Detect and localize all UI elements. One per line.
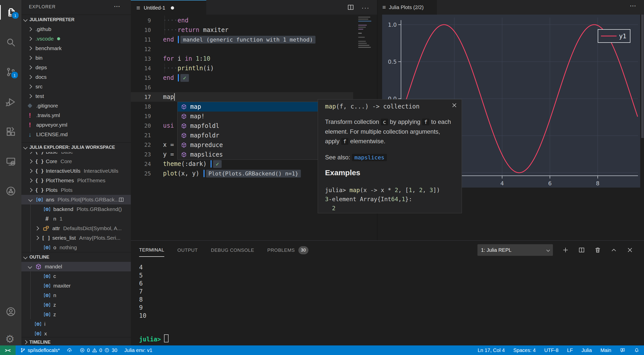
code-line-15[interactable]: 15end✓ [131, 73, 377, 83]
status-feedback[interactable] [620, 347, 625, 353]
activitybar-settings[interactable]: ⚙ [0, 332, 21, 346]
status-sync[interactable] [67, 347, 72, 353]
suggestion-map[interactable]: map [178, 102, 318, 112]
section-juliainterpreter[interactable]: JULIAINTERPRETER [21, 15, 131, 24]
suggestion-mapslices[interactable]: mapslices [178, 150, 318, 159]
activitybar-julia[interactable] [0, 184, 21, 198]
status-git-branch[interactable]: sp/isdeflocals* [20, 347, 60, 353]
close-panel-icon[interactable] [626, 246, 633, 254]
code-line-14[interactable]: 14····println(i) [131, 63, 377, 73]
dirty-indicator-icon[interactable] [171, 6, 174, 10]
more-actions-icon[interactable]: ⋯ [114, 3, 121, 10]
code-line-13[interactable]: 13for i in 1:10 [131, 54, 377, 63]
code-line-16[interactable]: 16 [131, 83, 377, 92]
token: 10 [203, 55, 210, 62]
tab-untitled-1[interactable]: ≡ Untitled-1 [131, 0, 206, 15]
workspace-item-InteractiveUtils[interactable]: { }InteractiveUtilsInteractiveUtils [21, 166, 131, 176]
workspace-item-PlotThemes[interactable]: { }PlotThemesPlotThemes [21, 176, 131, 185]
workspace-item-attr[interactable]: attrDefaultsDict{Symbol, A... [21, 224, 131, 233]
chevron-right-icon [28, 85, 32, 89]
open-in-editor-icon[interactable] [118, 197, 124, 203]
section-timeline[interactable]: TIMELINE [21, 337, 131, 345]
suggestion-mapfoldr[interactable]: mapfoldr [178, 131, 318, 140]
split-terminal-icon[interactable] [578, 246, 585, 254]
panel-tab-terminal[interactable]: TERMINAL [139, 247, 164, 257]
suggestion-mapfoldl[interactable]: mapfoldl [178, 121, 318, 131]
inline-result-value: mandel (generic function with 1 method) [180, 36, 315, 44]
status-problems[interactable]: 0030 [79, 347, 117, 353]
mapslices-link[interactable]: mapslices [352, 154, 387, 161]
workspace-item-ans[interactable]: ansPlots.Plot{Plots.GRBack... [21, 195, 131, 204]
status-encoding[interactable]: UTF-8 [544, 347, 558, 353]
remote-indicator[interactable]: >< [0, 345, 16, 355]
indent-guide [30, 204, 31, 252]
activitybar-remote-explorer[interactable] [0, 154, 21, 169]
terminal-picker[interactable]: 1: Julia REPL [477, 244, 553, 256]
outline-item-z[interactable]: z [21, 310, 131, 319]
workspace-item-series_list[interactable]: [ ]series_listArray{Plots.Seri... [21, 233, 131, 243]
activitybar-source-control[interactable]: 1 [0, 65, 21, 79]
maximize-panel-icon[interactable] [610, 246, 617, 254]
activitybar-explorer[interactable]: 1 [0, 5, 22, 20]
workspace-item-Core[interactable]: { }CoreCore [21, 157, 131, 166]
plots-more-actions-icon[interactable]: ⋯ [630, 2, 637, 10]
terminal-prompt-line[interactable]: julia> [139, 334, 169, 343]
tree-item-.vscode[interactable]: .vscode [21, 34, 131, 44]
tree-item-bin[interactable]: bin [21, 53, 131, 63]
close-icon[interactable] [451, 102, 458, 109]
code-line-11[interactable]: 11endmandel (generic function with 1 met… [131, 35, 377, 44]
status-eol[interactable]: LF [567, 347, 573, 353]
tree-item-.travis.yml[interactable]: !.travis.yml [21, 111, 131, 120]
activitybar-search[interactable] [0, 35, 21, 50]
outline-item-x[interactable]: x [21, 329, 131, 338]
activitybar-extensions[interactable] [0, 124, 21, 139]
status-warnings[interactable]: 0 [92, 347, 102, 353]
plots-scrollbar[interactable] [641, 15, 644, 138]
status-notifications[interactable] [634, 347, 639, 353]
kill-terminal-icon[interactable] [594, 246, 601, 254]
status-julia-env[interactable]: Julia env: v1 [124, 347, 152, 353]
tree-item-.github[interactable]: .github [21, 24, 131, 34]
workspace-item-n[interactable]: #n1 [21, 214, 131, 224]
terminal-output-line: 4 [139, 264, 143, 271]
outline-item-mandel[interactable]: mandel [21, 262, 131, 271]
code-line-9[interactable]: 9····end [131, 16, 377, 25]
split-editor-icon[interactable] [347, 4, 354, 12]
activitybar-accounts[interactable] [0, 304, 21, 319]
suggestion-map![interactable]: map! [178, 112, 318, 121]
workspace-item-Plots[interactable]: { }PlotsPlots [21, 185, 131, 195]
more-actions-icon[interactable]: ··· [361, 4, 370, 12]
code-line-10[interactable]: 10····return maxiter [131, 25, 377, 35]
panel-tab-debug-console[interactable]: DEBUG CONSOLE [211, 247, 254, 257]
section-outline[interactable]: OUTLINE [21, 252, 131, 262]
outline-item-z[interactable]: z [21, 300, 131, 310]
outline-item-maxiter[interactable]: maxiter [21, 281, 131, 291]
tree-item-LICENSE.md[interactable]: ↓LICENSE.md [21, 130, 131, 139]
panel-tab-output[interactable]: OUTPUT [177, 247, 198, 257]
section-julia-explorer[interactable]: JULIA EXPLORER: JULIA WORKSPACE [21, 143, 131, 152]
activitybar-run-debug[interactable] [0, 95, 21, 109]
outline-item-i[interactable]: i [21, 319, 131, 329]
status-errors[interactable]: 0 [79, 347, 90, 353]
status-cursor-position[interactable]: Ln 17, Col 4 [478, 347, 505, 353]
status-language-mode[interactable]: Julia [582, 347, 592, 353]
code-line-12[interactable]: 12 [131, 44, 377, 54]
status-indentation[interactable]: Spaces: 4 [513, 347, 536, 353]
panel-tab-problems[interactable]: PROBLEMS30 [267, 246, 308, 258]
tab-julia-plots[interactable]: ≡ Julia Plots (2/2) [377, 0, 437, 15]
workspace-item-o[interactable]: onothing [21, 243, 131, 252]
new-terminal-icon[interactable] [562, 246, 569, 254]
tree-item-src[interactable]: src [21, 82, 131, 91]
tree-item-.gitignore[interactable]: .gitignore [21, 101, 131, 111]
status-julia-module[interactable]: Main [600, 347, 611, 353]
tree-item-docs[interactable]: docs [21, 72, 131, 82]
outline-item-c[interactable]: c [21, 271, 131, 281]
tree-item-deps[interactable]: deps [21, 63, 131, 72]
suggestion-mapreduce[interactable]: mapreduce [178, 140, 318, 150]
status-infos[interactable]: 30 [104, 347, 117, 353]
tree-item-benchmark[interactable]: benchmark [21, 44, 131, 53]
workspace-item-backend[interactable]: backendPlots.GRBackend() [21, 204, 131, 214]
outline-item-n[interactable]: n [21, 291, 131, 300]
tree-item-test[interactable]: test [21, 91, 131, 101]
tree-item-appveyor.yml[interactable]: !appveyor.yml [21, 120, 131, 130]
